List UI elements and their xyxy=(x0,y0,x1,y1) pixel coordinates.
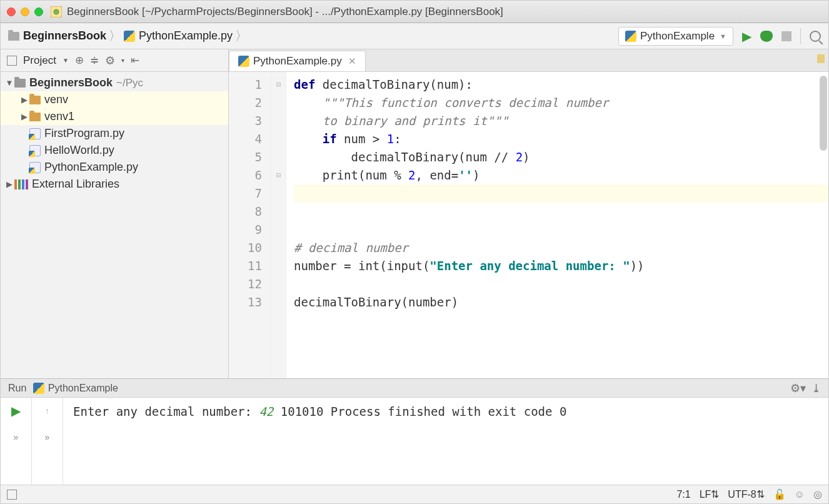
project-toolwindow-header: Project▼ ⊕ ≑ ⚙▾ ⇤ xyxy=(1,49,228,72)
up-button[interactable]: ↑ xyxy=(32,398,63,424)
project-tree[interactable]: ▼ BeginnersBook ~/Pyc ▶ venv ▶ venv1 Fir… xyxy=(1,72,228,195)
run-body: ▶ » ↑ » Enter any decimal number: 42 101… xyxy=(1,398,828,485)
arrow-right-icon[interactable]: ▶ xyxy=(19,112,29,121)
project-heading[interactable]: Project xyxy=(23,54,56,67)
code-token: decimalToBinary(number) xyxy=(294,295,458,309)
more-button[interactable]: » xyxy=(1,424,31,450)
python-file-icon xyxy=(625,31,636,42)
code-token: 1 xyxy=(387,132,394,146)
svg-point-1 xyxy=(54,9,59,14)
caret-position[interactable]: 7:1 xyxy=(676,489,690,500)
inspection-marker[interactable] xyxy=(817,54,825,63)
code-token: ) xyxy=(473,168,480,182)
line-number: 5 xyxy=(229,148,262,166)
tree-file[interactable]: FirstProgram.py xyxy=(1,125,228,142)
python-file-icon xyxy=(124,31,135,42)
run-button[interactable]: ▶ xyxy=(742,29,751,44)
chevron-down-icon[interactable]: ▼ xyxy=(63,57,69,64)
pycharm-app-icon xyxy=(51,6,62,18)
project-name: BeginnersBook xyxy=(29,76,113,89)
tree-file[interactable]: PythonExample.py xyxy=(1,159,228,176)
run-side-toolbar-left: ▶ » xyxy=(1,398,32,485)
line-separator[interactable]: LF⇅ xyxy=(700,488,720,500)
tree-label: HelloWorld.py xyxy=(44,144,114,157)
code-token: : xyxy=(394,132,401,146)
code-editor[interactable]: 1 2 3 4 5 6 7 8 9 10 11 12 13 ⊟ ⊟ def de… xyxy=(229,72,828,378)
code-token: decimalToBinary(num): xyxy=(315,78,473,91)
code-token: , end= xyxy=(416,168,459,182)
project-view-icon[interactable] xyxy=(7,56,17,66)
minimize-window-icon[interactable] xyxy=(21,8,29,16)
run-config-selector[interactable]: PythonExample ▼ xyxy=(618,27,733,46)
search-everywhere-icon[interactable] xyxy=(810,31,821,42)
window-titlebar: BeginnersBook [~/PycharmProjects/Beginne… xyxy=(1,1,828,23)
code-token: )) xyxy=(630,259,645,273)
editor-area: PythonExample.py ✕ 1 2 3 4 5 6 7 8 9 10 … xyxy=(229,49,828,378)
line-number: 6 xyxy=(229,166,262,184)
console-line: Process finished with exit code 0 xyxy=(331,405,567,418)
gear-icon[interactable]: ⚙ xyxy=(105,54,115,68)
source-text[interactable]: def decimalToBinary(num): """This functi… xyxy=(286,72,828,378)
breadcrumb[interactable]: BeginnersBook 〉 PythonExample.py 〉 xyxy=(8,28,250,44)
debug-button[interactable] xyxy=(760,31,773,42)
project-root-node[interactable]: ▼ BeginnersBook ~/Pyc xyxy=(1,74,228,91)
tree-file[interactable]: HelloWorld.py xyxy=(1,142,228,159)
code-token: num > xyxy=(337,132,387,146)
stop-button[interactable] xyxy=(781,31,791,41)
line-number: 4 xyxy=(229,130,262,148)
fold-marker-icon[interactable]: ⊟ xyxy=(271,166,286,184)
python-file-icon xyxy=(29,145,41,156)
readonly-lock-icon[interactable]: 🔓 xyxy=(773,488,786,500)
editor-scrollbar[interactable] xyxy=(820,76,827,151)
editor-tab[interactable]: PythonExample.py ✕ xyxy=(229,51,366,71)
chevron-down-icon: ▾ xyxy=(121,57,124,64)
run-toolbar: ▶ xyxy=(742,28,821,44)
line-number: 13 xyxy=(229,293,262,311)
more-button[interactable]: » xyxy=(32,424,63,450)
file-encoding[interactable]: UTF-8⇅ xyxy=(728,488,764,500)
rerun-button[interactable]: ▶ xyxy=(1,398,31,424)
tree-folder-venv[interactable]: ▶ venv xyxy=(1,91,228,108)
code-token: "Enter any decimal number: " xyxy=(430,259,630,273)
locate-icon[interactable]: ⊕ xyxy=(75,54,84,67)
line-number-gutter[interactable]: 1 2 3 4 5 6 7 8 9 10 11 12 13 xyxy=(229,72,271,378)
chevron-down-icon: ▼ xyxy=(720,33,726,40)
folder-icon xyxy=(29,113,41,121)
tree-folder-venv1[interactable]: ▶ venv1 xyxy=(1,108,228,125)
line-number: 3 xyxy=(229,112,262,130)
folder-icon xyxy=(29,96,41,104)
zoom-window-icon[interactable] xyxy=(34,8,43,16)
chevron-right-icon: 〉 xyxy=(235,28,248,44)
run-toolwindow-header[interactable]: Run PythonExample ⚙▾ ⤓ xyxy=(1,379,828,398)
export-icon[interactable]: ⤓ xyxy=(811,381,821,395)
toolwindow-quick-access-icon[interactable] xyxy=(7,490,17,500)
notifications-icon[interactable]: ◎ xyxy=(813,488,822,500)
line-number: 12 xyxy=(229,275,262,293)
editor-tabs: PythonExample.py ✕ xyxy=(229,49,828,72)
arrow-right-icon[interactable]: ▶ xyxy=(4,179,14,189)
external-libraries-node[interactable]: ▶ External Libraries xyxy=(1,176,228,193)
close-tab-icon[interactable]: ✕ xyxy=(348,56,356,67)
gear-icon[interactable]: ⚙▾ xyxy=(790,381,806,395)
python-file-icon xyxy=(238,56,249,67)
collapse-icon[interactable]: ≑ xyxy=(90,54,99,67)
python-file-icon xyxy=(33,383,44,394)
tree-label: PythonExample.py xyxy=(44,161,138,174)
ide-fatigue-icon[interactable]: ☺ xyxy=(795,489,805,500)
code-token: def xyxy=(294,78,315,91)
console-output[interactable]: Enter any decimal number: 42 101010 Proc… xyxy=(63,398,828,485)
arrow-down-icon[interactable]: ▼ xyxy=(4,78,14,88)
console-line: Enter any decimal number: xyxy=(73,405,259,418)
fold-marker-icon[interactable]: ⊟ xyxy=(271,76,286,94)
fold-gutter[interactable]: ⊟ ⊟ xyxy=(271,72,286,378)
folder-icon xyxy=(14,79,26,88)
code-token: if xyxy=(323,132,337,146)
close-window-icon[interactable] xyxy=(7,8,16,16)
chevron-right-icon: 〉 xyxy=(109,28,121,44)
arrow-right-icon[interactable]: ▶ xyxy=(19,95,29,104)
hide-toolwindow-icon[interactable]: ⇤ xyxy=(131,54,139,67)
code-token: 2 xyxy=(408,168,415,182)
tree-label: venv1 xyxy=(44,110,74,123)
line-number: 9 xyxy=(229,221,262,239)
line-number: 8 xyxy=(229,203,262,221)
